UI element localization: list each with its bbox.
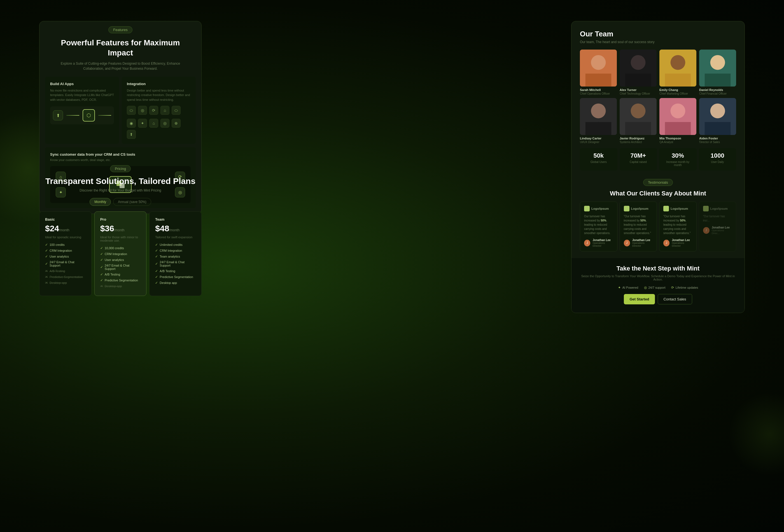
t-name-3: Jonathan Lee xyxy=(672,239,692,242)
basic-feat-7: ✕Desktop app xyxy=(45,281,86,285)
javier-role: Systems Architect xyxy=(620,141,656,144)
testimonial-4: Logo/ipsum "Our turnover has incr... J J… xyxy=(699,202,736,251)
pricing-toggle: Monthly Annual (save 50%) xyxy=(39,198,202,206)
t-author-info-3: Jonathan Lee Operations Director xyxy=(672,239,692,247)
pricing-header: Transparent Solutions, Tailored Plans Di… xyxy=(39,176,202,192)
ai-line-1 xyxy=(66,115,79,116)
t-logo-4: Logo/ipsum xyxy=(703,206,732,212)
t-author-4: J Jonathan Lee Operations Direc... xyxy=(703,226,732,235)
t-title-4: Operations Direc... xyxy=(712,229,732,235)
lindsay-name: Lindsay Carter xyxy=(580,137,617,140)
svg-point-1 xyxy=(591,55,606,70)
stat-global-label: Global Users xyxy=(584,161,614,164)
emily-name: Emily Chang xyxy=(660,88,696,91)
get-started-button[interactable]: Get Started xyxy=(624,294,655,304)
pro-plan-price: $36/month xyxy=(100,224,141,233)
team-member-mia: Mia Thompson QA Analyst xyxy=(660,98,696,144)
t-title-3: Operations Director xyxy=(672,242,692,247)
support-icon: ◎ xyxy=(644,286,647,289)
int-icon-4: ⌂ xyxy=(161,106,169,115)
stat-capital-label: Capital raised xyxy=(623,161,653,164)
stat-1000: 1000 xyxy=(703,152,732,159)
team-photo-lindsay xyxy=(580,98,617,135)
daniel-role: Chief Financial Officer xyxy=(699,92,736,95)
stat-increase: 30% Increase month by month xyxy=(659,148,697,170)
int-icon-11: ⬆ xyxy=(127,130,136,139)
basic-feat-4: ✓24/7 Email & Chat Support xyxy=(45,260,86,267)
pro-plan-desc: Ideal for those with minor to moderate u… xyxy=(100,235,141,242)
basic-feat-2: ✓CRM Integration xyxy=(45,249,86,253)
pro-feat-1: ✓10,000 credits xyxy=(100,246,141,250)
t-logo-icon-2 xyxy=(624,206,629,212)
pro-plan-name: Pro xyxy=(100,217,141,222)
stat-70m: 70M+ xyxy=(623,152,653,159)
svg-point-29 xyxy=(710,104,725,118)
pro-feat-6: ✓Predictive Segmentation xyxy=(100,278,141,282)
pricing-badge: Pricing xyxy=(110,165,131,172)
pricing-section: Pricing Transparent Solutions, Tailored … xyxy=(39,165,202,296)
t-logo-2: Logo/ipsum xyxy=(624,206,653,212)
t-logo-text-4: Logo/ipsum xyxy=(710,207,728,210)
pro-feat-3: ✓User analytics xyxy=(100,258,141,262)
stat-increase-label: Increase month by month xyxy=(663,161,693,167)
svg-rect-31 xyxy=(705,122,730,135)
pricing-cards: Basic $24/month Ideal for sporadic sourc… xyxy=(39,212,202,296)
team-feat-2: ✓CRM Integration xyxy=(155,249,196,253)
integration-icons-2: ◉ ✦ ⌂ ◎ ⊕ ⬆ xyxy=(127,119,191,139)
integration-desc: Design better and spend less time withou… xyxy=(127,88,191,102)
t-author-info-4: Jonathan Lee Operations Direc... xyxy=(712,226,732,235)
t-name-2: Jonathan Lee xyxy=(632,239,653,242)
team-feat-7: ✓Desktop app xyxy=(155,281,196,285)
t-avatar-3: J xyxy=(663,240,670,246)
mia-role: QA Analyst xyxy=(660,141,696,144)
lindsay-role: UI/UX Designer xyxy=(580,141,617,144)
t-logo-icon-4 xyxy=(703,206,709,212)
features-title: Powerful Features for Maximum Impact xyxy=(51,38,190,58)
aiden-name: Aiden Foster xyxy=(699,137,736,140)
features-subtitle: Explore a Suite of Cutting-edge Features… xyxy=(51,61,190,71)
right-panel: Our Team Our team, The heart and soul of… xyxy=(571,21,745,313)
svg-rect-19 xyxy=(586,122,611,135)
basic-feat-3: ✓User analytics xyxy=(45,254,86,258)
t-name-4: Jonathan Lee xyxy=(712,226,732,229)
monthly-toggle[interactable]: Monthly xyxy=(90,198,111,206)
t-avatar-1: J xyxy=(584,240,590,246)
emily-role: Chief Marketing Officer xyxy=(660,92,696,95)
t-logo-text-3: Logo/ipsum xyxy=(671,207,688,210)
build-ai-title: Build AI Apps xyxy=(50,82,114,86)
stat-global-users: 50k Global Users xyxy=(580,148,617,170)
svg-point-9 xyxy=(671,55,685,70)
testimonials-grid: Logo/ipsum Our turnover has increased by… xyxy=(580,202,736,251)
pricing-title: Transparent Solutions, Tailored Plans xyxy=(39,176,202,186)
contact-sales-button[interactable]: Contact Sales xyxy=(658,294,692,304)
annual-toggle[interactable]: Annual (save 50%) xyxy=(113,198,151,206)
t-logo-text-2: Logo/ipsum xyxy=(631,207,648,210)
alex-name: Alex Turner xyxy=(620,88,656,91)
team-feat-3: ✓Team analytics xyxy=(155,254,196,258)
sarah-role: Chief Operations Officer xyxy=(580,92,617,95)
t-author-info-2: Jonathan Lee Operations Director xyxy=(632,239,653,247)
stat-user-daily: 1000 User Daily xyxy=(699,148,736,170)
int-icon-10: ⊕ xyxy=(172,119,180,128)
pro-plan-card: Pro $36/month Ideal for those with minor… xyxy=(94,212,147,296)
features-badge: Features xyxy=(108,26,132,33)
team-photo-emily xyxy=(660,50,696,86)
aiden-role: Director of Sales xyxy=(699,141,736,144)
cta-feat-ai-label: AI Powered xyxy=(622,286,638,289)
mia-name: Mia Thompson xyxy=(660,137,696,140)
t-logo-1: Logo/ipsum xyxy=(584,206,613,212)
svg-rect-27 xyxy=(665,122,691,135)
ai-chip: ⬡ xyxy=(83,109,95,121)
daniel-name: Daniel Reynolds xyxy=(699,88,736,91)
team-member-alex: Alex Turner Chief Technology Officer xyxy=(620,50,656,95)
testimonial-3: Logo/ipsum "Our turnover has increased b… xyxy=(659,202,697,251)
stat-user-daily-label: User Daily xyxy=(703,161,732,164)
t-logo-3: Logo/ipsum xyxy=(663,206,693,212)
stat-capital: 70M+ Capital raised xyxy=(620,148,657,170)
team-photo-aiden xyxy=(699,98,736,135)
cta-feat-updates: ⟳ Lifetime updates xyxy=(671,286,698,289)
ai-node-upload: ⬆ xyxy=(53,110,63,120)
team-photo-javier xyxy=(620,98,656,135)
pricing-subtitle: Discover the Right Fit for Your Budget w… xyxy=(39,189,202,192)
t-text-4: "Our turnover has incr... xyxy=(703,214,732,223)
